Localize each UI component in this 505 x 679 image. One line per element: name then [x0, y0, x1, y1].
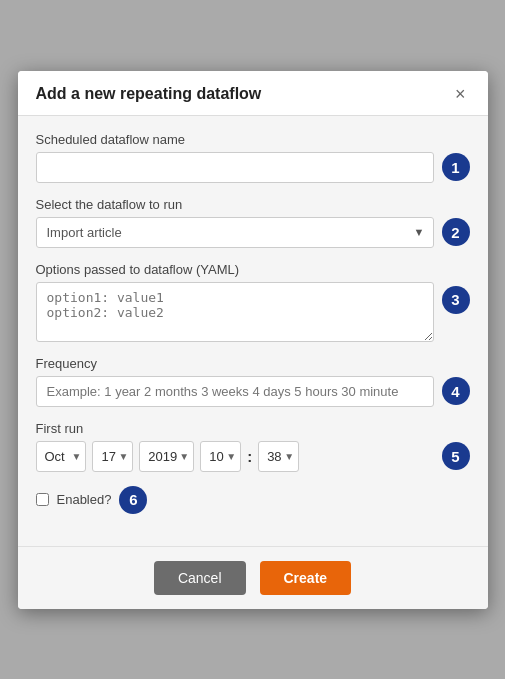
dataflow-group: Select the dataflow to run Import articl…: [36, 197, 470, 248]
create-button[interactable]: Create: [260, 561, 352, 595]
minute-select-wrapper: 051015 20253035 3840455055 ▼: [258, 441, 299, 472]
time-colon: :: [247, 448, 252, 465]
minute-arrow-icon: ▼: [284, 451, 294, 462]
modal-title: Add a new repeating dataflow: [36, 85, 262, 103]
day-select-wrapper: 12345 678910 1112131415 1617181920 21222…: [92, 441, 133, 472]
day-select[interactable]: 12345 678910 1112131415 1617181920 21222…: [93, 442, 118, 471]
options-row: 3: [36, 282, 470, 342]
modal-header: Add a new repeating dataflow ×: [18, 71, 488, 116]
enabled-row: Enabled? 6: [36, 486, 470, 514]
year-select[interactable]: 2018201920202021: [140, 442, 179, 471]
dataflow-arrow-icon: ▼: [406, 226, 433, 238]
modal-body: Scheduled dataflow name 1 Select the dat…: [18, 116, 488, 546]
step4-badge: 4: [442, 377, 470, 405]
options-textarea[interactable]: [36, 282, 434, 342]
hour-arrow-icon: ▼: [226, 451, 236, 462]
cancel-button[interactable]: Cancel: [154, 561, 246, 595]
first-run-row: JanFebMarApr MayJunJulAug SepOctNovDec ▼…: [36, 441, 470, 472]
dataflow-row: Import article ▼ 2: [36, 217, 470, 248]
hour-select-wrapper: 01234 56789 10111213 14151617 18192021 2…: [200, 441, 241, 472]
options-group: Options passed to dataflow (YAML) 3: [36, 262, 470, 342]
first-run-group: First run JanFebMarApr MayJunJulAug SepO…: [36, 421, 470, 472]
frequency-label: Frequency: [36, 356, 470, 371]
dataflow-label: Select the dataflow to run: [36, 197, 470, 212]
month-select[interactable]: JanFebMarApr MayJunJulAug SepOctNovDec: [37, 442, 72, 471]
name-row: 1: [36, 152, 470, 183]
dataflow-select-wrapper: Import article ▼: [36, 217, 434, 248]
month-arrow-icon: ▼: [72, 451, 82, 462]
add-dataflow-modal: Add a new repeating dataflow × Scheduled…: [18, 71, 488, 609]
first-run-selects: JanFebMarApr MayJunJulAug SepOctNovDec ▼…: [36, 441, 434, 472]
options-label: Options passed to dataflow (YAML): [36, 262, 470, 277]
step5-badge: 5: [442, 442, 470, 470]
month-select-wrapper: JanFebMarApr MayJunJulAug SepOctNovDec ▼: [36, 441, 87, 472]
step3-badge: 3: [442, 286, 470, 314]
frequency-row: 4: [36, 376, 470, 407]
step2-badge: 2: [442, 218, 470, 246]
name-input[interactable]: [36, 152, 434, 183]
step1-badge: 1: [442, 153, 470, 181]
step6-badge: 6: [119, 486, 147, 514]
day-arrow-icon: ▼: [118, 451, 128, 462]
hour-select[interactable]: 01234 56789 10111213 14151617 18192021 2…: [201, 442, 226, 471]
enabled-label: Enabled?: [57, 492, 112, 507]
dataflow-select[interactable]: Import article: [37, 218, 406, 247]
first-run-label: First run: [36, 421, 470, 436]
enabled-checkbox[interactable]: [36, 493, 49, 506]
close-button[interactable]: ×: [451, 85, 470, 103]
year-select-wrapper: 2018201920202021 ▼: [139, 441, 194, 472]
minute-select[interactable]: 051015 20253035 3840455055: [259, 442, 284, 471]
year-arrow-icon: ▼: [179, 451, 189, 462]
frequency-input[interactable]: [36, 376, 434, 407]
frequency-group: Frequency 4: [36, 356, 470, 407]
name-group: Scheduled dataflow name 1: [36, 132, 470, 183]
name-label: Scheduled dataflow name: [36, 132, 470, 147]
modal-footer: Cancel Create: [18, 546, 488, 609]
